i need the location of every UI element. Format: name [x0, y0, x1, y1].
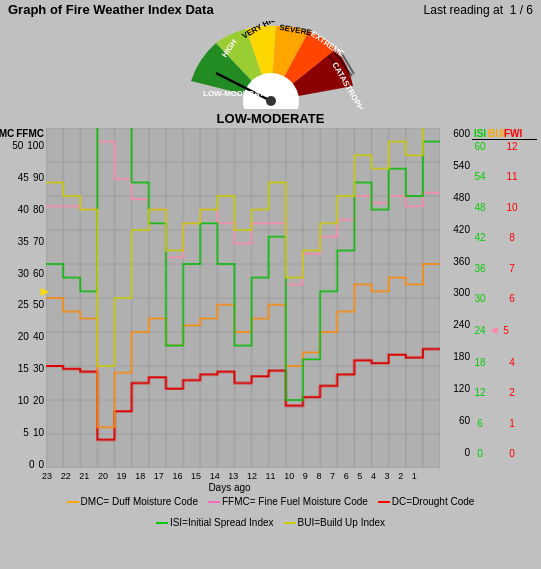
table-row: 36 7 — [472, 263, 537, 274]
legend-ffmc: FFMC= Fine Fuel Moisture Code — [208, 496, 368, 507]
right-axis: 600 540 480 420 360 300 240 180 120 60 0 — [442, 128, 472, 458]
right-section: 600 540 480 420 360 300 240 180 120 60 0… — [442, 128, 537, 459]
ffmc-header: FFMC — [16, 128, 44, 139]
chart-container: DMC FFMC 50100 4590 4080 3570 3060 2550 … — [0, 128, 541, 470]
table-row: 24 ◄ 5 — [472, 323, 537, 337]
left-arrow-indicator: ► — [38, 283, 52, 299]
bui-legend-line — [284, 522, 296, 524]
chart-area: ► — [46, 128, 440, 468]
bui-legend-label: BUI=Build Up Index — [298, 517, 386, 528]
isi-legend-label: ISI=Initial Spread Index — [170, 517, 274, 528]
right-table-body: 60 12 54 11 48 10 42 — [472, 141, 537, 459]
table-row: 18 4 — [472, 357, 537, 368]
ffmc-legend-label: FFMC= Fine Fuel Moisture Code — [222, 496, 368, 507]
dmc-header: DMC — [0, 128, 14, 139]
header-title: Graph of Fire Weather Index Data — [8, 2, 214, 17]
gauge-svg: LOW-MODERATE HIGH VERY HIGH SEVERE EXTRE… — [161, 21, 381, 109]
dmc-legend-label: DMC= Duff Moisture Code — [81, 496, 198, 507]
header: Graph of Fire Weather Index Data Last re… — [0, 0, 541, 19]
table-row: 60 12 — [472, 141, 537, 152]
table-row: 42 8 — [472, 232, 537, 243]
svg-text:LOW-MODERATE: LOW-MODERATE — [203, 89, 270, 98]
right-arrow-indicator: ◄ — [488, 323, 498, 337]
table-row: 30 6 — [472, 293, 537, 304]
header-reading: Last reading at 1 / 6 — [424, 3, 533, 17]
gauge-area: LOW-MODERATE HIGH VERY HIGH SEVERE EXTRE… — [0, 19, 541, 128]
page-wrapper: Graph of Fire Weather Index Data Last re… — [0, 0, 541, 569]
legend-dmc: DMC= Duff Moisture Code — [67, 496, 198, 507]
gauge-label: LOW-MODERATE — [217, 111, 325, 126]
dc-legend-line — [378, 501, 390, 503]
dmc-legend-line — [67, 501, 79, 503]
left-axis: DMC FFMC 50100 4590 4080 3570 3060 2550 … — [4, 128, 44, 470]
legend-isi: ISI=Initial Spread Index — [156, 517, 274, 528]
isi-legend-line — [156, 522, 168, 524]
legend-dc: DC=Drought Code — [378, 496, 475, 507]
table-row: 12 2 — [472, 387, 537, 398]
table-row: 0 0 — [472, 448, 537, 459]
legend: DMC= Duff Moisture Code FFMC= Fine Fuel … — [0, 493, 541, 531]
x-axis: 23 22 21 20 19 18 17 16 15 14 13 12 11 1… — [42, 470, 417, 482]
table-row: 6 1 — [472, 418, 537, 429]
dc-legend-label: DC=Drought Code — [392, 496, 475, 507]
reading-label: Last reading at — [424, 3, 503, 17]
ffmc-legend-line — [208, 501, 220, 503]
table-row: 54 11 — [472, 171, 537, 182]
chart-canvas — [46, 128, 440, 468]
right-table-header: ISI BUI FWI — [472, 128, 537, 140]
reading-value: 1 / 6 — [510, 3, 533, 17]
right-table: ISI BUI FWI 60 12 54 11 — [472, 128, 537, 459]
days-ago-label: Days ago — [42, 482, 417, 493]
table-row: 48 10 — [472, 202, 537, 213]
legend-bui: BUI=Build Up Index — [284, 517, 386, 528]
